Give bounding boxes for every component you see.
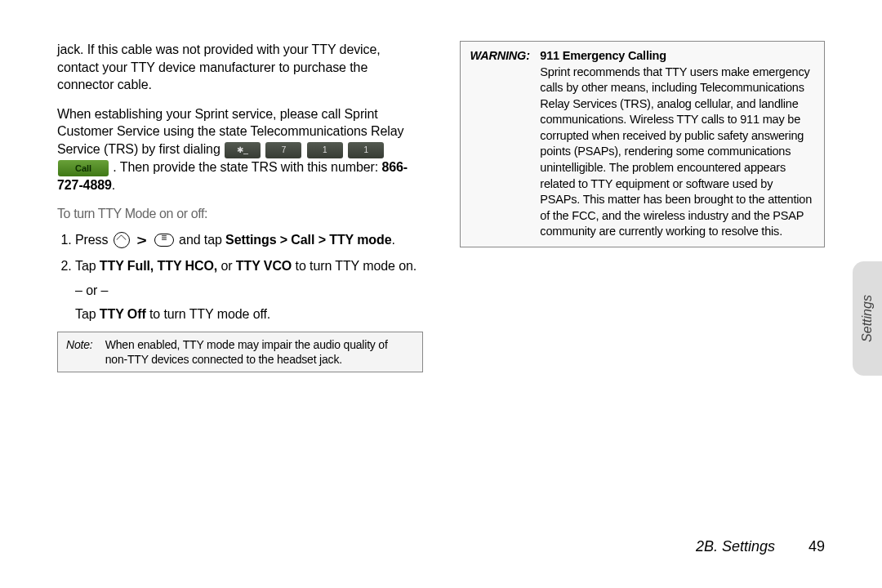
side-tab-label: Settings (860, 295, 875, 342)
home-key-icon (114, 232, 130, 248)
warning-box: WARNING: 911 Emergency Calling Sprint re… (460, 41, 826, 247)
dialpad-button-7-icon: 7 (265, 142, 301, 158)
note-label: Note: (66, 337, 102, 352)
left-column: jack. If this cable was not provided wit… (57, 41, 423, 372)
paragraph-trs-dial: When establishing your Sprint service, p… (57, 105, 423, 194)
step2-a: Tap (75, 259, 100, 273)
step1-b: and tap (179, 233, 225, 247)
step1-a: Press (75, 233, 112, 247)
paragraph-jack-cable: jack. If this cable was not provided wit… (57, 41, 423, 94)
tty-options-bold: TTY Full, TTY HCO, (100, 259, 217, 273)
step2-c: Tap (75, 307, 100, 321)
side-tab-settings: Settings (853, 261, 882, 376)
step2-d: to turn TTY mode off. (146, 307, 271, 321)
chevron-right-icon: > (137, 232, 147, 250)
page-footer: 2B. Settings 49 (696, 538, 825, 555)
warning-body: Sprint recommends that TTY users make em… (540, 65, 812, 238)
right-column: WARNING: 911 Emergency Calling Sprint re… (460, 41, 826, 372)
dialpad-button-asterisk-icon: ✱⎯ (225, 142, 261, 158)
settings-path: Settings > Call > TTY mode (225, 233, 391, 247)
or-divider: – or – (75, 282, 423, 300)
step-1: Press > and tap Settings > Call > TTY mo… (75, 231, 423, 250)
tty-vco-bold: TTY VCO (236, 259, 292, 273)
step-2: Tap TTY Full, TTY HCO, or TTY VCO to tur… (75, 257, 423, 323)
page-number: 49 (808, 538, 825, 555)
tty-off-bold: TTY Off (100, 307, 146, 321)
subhead-tty-toggle: To turn TTY Mode on or off: (57, 205, 423, 223)
instruction-list: Press > and tap Settings > Call > TTY mo… (57, 231, 423, 323)
dialpad-button-1b-icon: 1 (348, 142, 384, 158)
footer-section: 2B. Settings (696, 538, 775, 555)
period-1: . (392, 233, 395, 247)
call-button-icon: Call (58, 160, 109, 176)
step2-or: or (217, 259, 236, 273)
dialpad-button-1-icon: 1 (307, 142, 343, 158)
note-box: Note: When enabled, TTY mode may impair … (57, 332, 423, 372)
trs-text-b: . Then provide the state TRS with this n… (113, 160, 381, 174)
warning-header: 911 Emergency Calling (540, 49, 666, 62)
menu-key-icon (154, 234, 174, 247)
note-body: When enabled, TTY mode may impair the au… (105, 337, 412, 367)
step2-b: to turn TTY mode on. (292, 259, 416, 273)
warning-body-wrap: 911 Emergency Calling Sprint recommends … (540, 48, 813, 240)
warning-label: WARNING: (470, 48, 537, 65)
period: . (112, 178, 115, 192)
